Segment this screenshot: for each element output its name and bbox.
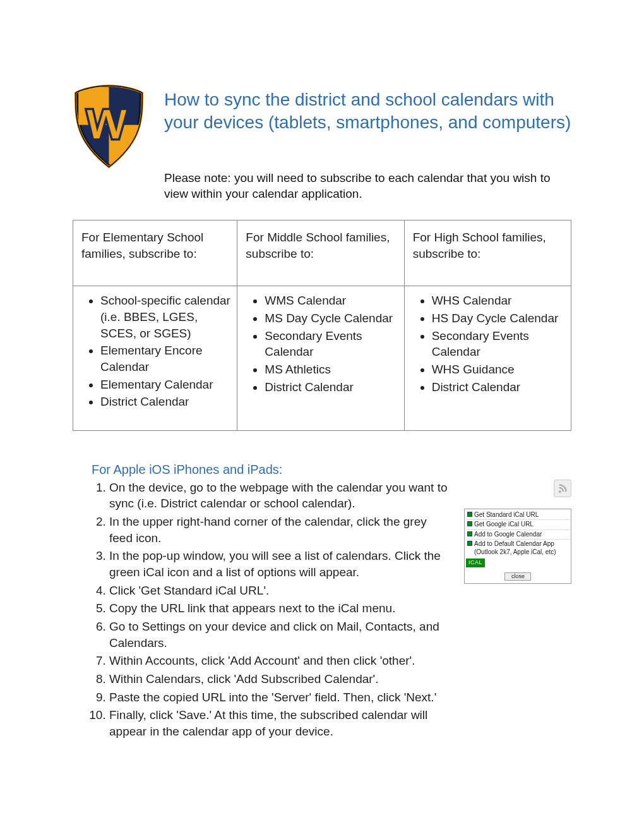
- document-page: How to sync the district and school cale…: [0, 0, 644, 779]
- ical-option-item[interactable]: Get Google iCal URL: [466, 520, 569, 530]
- ical-option-icon: [467, 531, 472, 536]
- table-heading-high: For High School families, subscribe to:: [408, 227, 568, 267]
- ical-option-icon: [467, 541, 472, 546]
- feed-icon: [554, 480, 571, 497]
- note-paragraph: Please note: you will need to subscribe …: [164, 170, 571, 202]
- subscribe-list-elementary: School-specific calendar (i.e. BBES, LGE…: [76, 293, 234, 409]
- list-item: WMS Calendar: [265, 293, 400, 309]
- calendar-subscription-table: For Elementary School families, subscrib…: [73, 220, 571, 431]
- list-item: District Calendar: [100, 394, 234, 410]
- ical-option-label: Get Google iCal URL: [474, 521, 534, 529]
- instruction-step: Within Accounts, click 'Add Account' and…: [109, 653, 456, 669]
- school-logo-shield-icon: [73, 82, 145, 171]
- table-heading-elementary: For Elementary School families, subscrib…: [76, 227, 234, 267]
- instruction-step: Click 'Get Standard iCal URL'.: [109, 583, 456, 599]
- ical-option-icon: [467, 521, 472, 526]
- instruction-step: Go to Settings on your device and click …: [109, 619, 456, 651]
- list-item: WHS Guidance: [432, 361, 568, 378]
- instruction-step: Within Calendars, click 'Add Subscribed …: [109, 671, 456, 687]
- ical-option-label: Add to Google Calendar: [474, 531, 542, 539]
- list-item: School-specific calendar (i.e. BBES, LGE…: [100, 293, 234, 341]
- table-heading-middle: For Middle School families, subscribe to…: [241, 227, 400, 267]
- subscribe-list-high: WHS CalendarHS Day Cycle CalendarSeconda…: [408, 293, 568, 395]
- subscribe-list-middle: WMS CalendarMS Day Cycle CalendarSeconda…: [241, 293, 400, 395]
- ical-option-item[interactable]: Get Standard iCal URL: [466, 511, 569, 521]
- list-item: WHS Calendar: [432, 293, 568, 309]
- steps-wrap: On the device, go to the webpage with th…: [73, 480, 571, 742]
- ical-options-popup: Get Standard iCal URLGet Google iCal URL…: [464, 509, 571, 584]
- list-item: MS Day Cycle Calendar: [265, 310, 400, 327]
- list-item: Elementary Calendar: [100, 377, 234, 393]
- instruction-step: Paste the copied URL into the 'Server' f…: [109, 689, 456, 706]
- ical-option-icon: [467, 512, 472, 517]
- list-item: District Calendar: [432, 379, 568, 396]
- list-item: Secondary Events Calendar: [432, 328, 568, 360]
- instruction-steps: On the device, go to the webpage with th…: [73, 480, 456, 742]
- list-item: MS Athletics: [265, 361, 400, 378]
- ical-option-item[interactable]: Add to Google Calendar: [466, 530, 569, 540]
- ical-option-label: Get Standard iCal URL: [474, 511, 539, 519]
- ical-option-item[interactable]: Add to Default Calendar App (Outlook 2k7…: [466, 540, 569, 557]
- list-item: HS Day Cycle Calendar: [432, 310, 568, 327]
- document-title: How to sync the district and school cale…: [164, 88, 571, 135]
- close-button[interactable]: close: [504, 572, 531, 581]
- instruction-step: In the pop-up window, you will see a lis…: [109, 548, 456, 580]
- list-item: Elementary Encore Calendar: [100, 342, 234, 375]
- header-row: How to sync the district and school cale…: [73, 82, 571, 202]
- list-item: District Calendar: [265, 379, 400, 396]
- section-heading-apple-ios: For Apple iOS iPhones and iPads:: [92, 462, 571, 477]
- ical-badge: ICAL: [466, 559, 485, 567]
- instruction-step: On the device, go to the webpage with th…: [109, 480, 456, 512]
- instruction-step: Finally, click 'Save.' At this time, the…: [109, 707, 456, 739]
- title-block: How to sync the district and school cale…: [164, 82, 571, 202]
- ical-option-label: Add to Default Calendar App (Outlook 2k7…: [474, 540, 568, 556]
- instruction-step: Copy the URL link that appears next to t…: [109, 600, 456, 617]
- list-item: Secondary Events Calendar: [265, 328, 400, 360]
- side-images: Get Standard iCal URLGet Google iCal URL…: [464, 480, 571, 584]
- instruction-step: In the upper right-hand corner of the ca…: [109, 514, 456, 546]
